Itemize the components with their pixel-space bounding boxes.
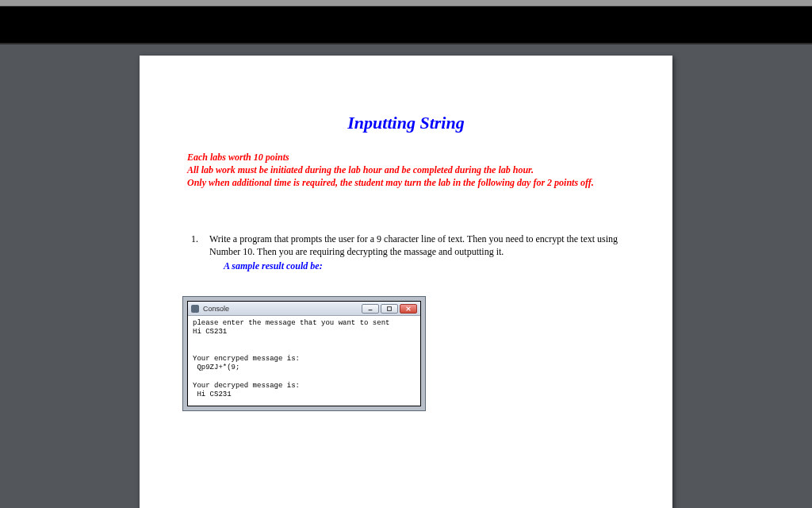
question-text-wrap: Write a program that prompts the user fo… bbox=[209, 233, 625, 273]
policy-line-3: Only when additional time is required, t… bbox=[187, 176, 625, 189]
lab-policy-block: Each labs worth 10 points All lab work m… bbox=[187, 151, 625, 190]
console-line-5: Your encryped message is: bbox=[193, 355, 300, 363]
console-line-1: please enter the message that you want t… bbox=[193, 319, 389, 327]
console-titlebar: Console bbox=[188, 302, 420, 316]
console-title: Console bbox=[203, 305, 229, 313]
sample-result-hint: A sample result could be: bbox=[224, 260, 625, 272]
spacer bbox=[187, 190, 625, 233]
console-line-8: Your decryped message is: bbox=[193, 382, 300, 390]
console-line-2: Hi CS231 bbox=[193, 328, 227, 336]
policy-line-2: All lab work must be initiated during th… bbox=[187, 164, 625, 176]
console-screenshot: Console please enter the message that yo… bbox=[187, 301, 421, 406]
app-header-bar bbox=[0, 6, 812, 44]
console-body: please enter the message that you want t… bbox=[188, 316, 420, 406]
page-title: Inputting String bbox=[187, 113, 625, 133]
question-number: 1. bbox=[187, 233, 198, 273]
console-line-6: Qp9ZJ+*(9; bbox=[193, 364, 239, 371]
minimize-icon bbox=[362, 304, 379, 314]
maximize-icon bbox=[381, 304, 398, 314]
console-line-9: Hi CS231 bbox=[193, 391, 232, 398]
console-app-icon bbox=[191, 305, 199, 313]
document-page: Inputting String Each labs worth 10 poin… bbox=[140, 56, 672, 508]
policy-line-1: Each labs worth 10 points bbox=[187, 151, 625, 164]
console-titlebar-left: Console bbox=[191, 305, 229, 313]
document-viewer: Inputting String Each labs worth 10 poin… bbox=[0, 44, 812, 508]
question-text: Write a program that prompts the user fo… bbox=[209, 233, 618, 257]
close-icon bbox=[400, 304, 417, 314]
window-buttons bbox=[362, 304, 417, 314]
question-1: 1. Write a program that prompts the user… bbox=[187, 233, 625, 273]
browser-chrome-strip bbox=[0, 0, 812, 6]
svg-rect-1 bbox=[388, 306, 392, 310]
